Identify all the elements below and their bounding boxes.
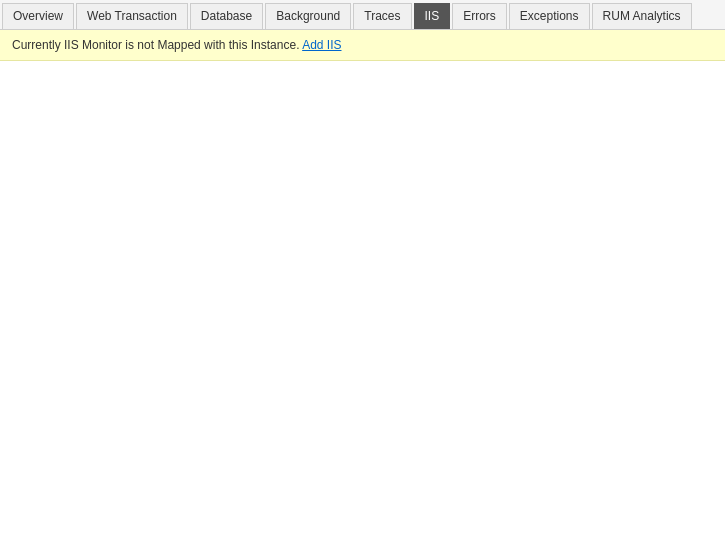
tab-errors[interactable]: Errors (452, 3, 507, 29)
notification-bar: Currently IIS Monitor is not Mapped with… (0, 30, 725, 61)
tab-database[interactable]: Database (190, 3, 263, 29)
tab-exceptions[interactable]: Exceptions (509, 3, 590, 29)
tab-rum-analytics[interactable]: RUM Analytics (592, 3, 692, 29)
tab-web-transaction[interactable]: Web Transaction (76, 3, 188, 29)
tab-iis[interactable]: IIS (414, 3, 451, 29)
add-iis-link[interactable]: Add IIS (302, 38, 341, 52)
tab-traces[interactable]: Traces (353, 3, 411, 29)
tab-bar: OverviewWeb TransactionDatabaseBackgroun… (0, 0, 725, 30)
tab-overview[interactable]: Overview (2, 3, 74, 29)
content-area (0, 61, 725, 541)
tab-background[interactable]: Background (265, 3, 351, 29)
notification-message: Currently IIS Monitor is not Mapped with… (12, 38, 299, 52)
